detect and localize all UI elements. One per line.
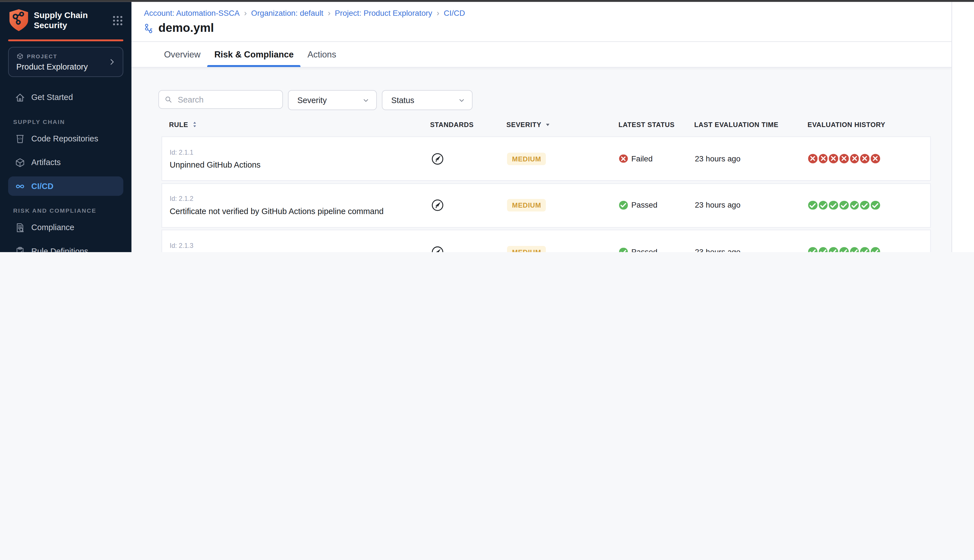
column-header-latest-status: LATEST STATUS [618,121,694,128]
last-evaluation-time-cell: 23 hours ago [695,137,808,180]
evaluation-time: 23 hours ago [695,247,741,252]
sidebar-item-compliance[interactable]: Compliance [8,218,123,237]
standards-cell [430,184,507,227]
breadcrumb-link[interactable]: CI/CD [444,8,465,17]
history-fail-icon [871,154,880,163]
history-pass-icon [850,200,859,210]
history-pass-icon [819,247,828,252]
app-title: Supply ChainSecurity [34,11,111,31]
search-input[interactable] [177,94,277,105]
sidebar-item-code-repositories[interactable]: </>Code Repositories [8,129,123,148]
chevron-down-icon [458,96,466,104]
last-evaluation-time-cell: 23 hours ago [695,230,808,252]
column-header-severity[interactable]: SEVERITY [507,121,619,128]
status-filter-dropdown[interactable]: Status [382,90,473,110]
breadcrumb-link[interactable]: Project: Product Exploratory [335,8,432,17]
table-row[interactable]: Id: 2.1.1 Unpinned GitHub Actions MEDIUM… [162,136,931,181]
svg-text:</>: </> [18,137,22,140]
history-fail-icon [808,154,817,163]
history-pass-icon [829,200,838,210]
rules-table: RULESTANDARDSSEVERITYLATEST STATUSLAST E… [162,120,931,252]
sidebar-item-ci-cd[interactable]: CI/CD [8,176,123,196]
supply-chain-security-logo-icon [8,9,30,32]
severity-badge: MEDIUM [507,199,546,211]
history-pass-icon [808,200,817,210]
filter-row: Severity Status [158,90,952,110]
rule-cell: Id: 2.1.1 Unpinned GitHub Actions [162,137,430,180]
tab-risk-compliance[interactable]: Risk & Compliance [207,42,301,67]
compliance-icon [14,222,26,233]
sort-icon[interactable] [191,121,198,128]
standards-cell [430,137,507,180]
severity-badge: MEDIUM [507,152,546,165]
search-box[interactable] [158,90,283,109]
severity-cell: MEDIUM [507,230,619,252]
sidebar-item-rule-definitions[interactable]: Rule Definitions [8,242,123,252]
infinity-icon [14,180,26,192]
tab-actions[interactable]: Actions [301,42,343,67]
right-utility-rail [951,2,974,252]
breadcrumb-separator: › [437,8,439,17]
rule-name: Certificate not verified by GitHub Actio… [170,207,384,216]
column-header-rule[interactable]: RULE [162,121,430,128]
breadcrumb-link[interactable]: Organization: default [251,8,323,17]
severity-badge: MEDIUM [507,246,546,252]
history-pass-icon [819,200,828,210]
severity-filter-dropdown[interactable]: Severity [288,90,377,110]
history-pass-icon [840,200,849,210]
history-pass-icon [861,247,869,252]
evaluation-history-cell [808,137,930,180]
passed-check-icon [619,248,628,252]
failed-x-icon [619,154,628,163]
sidebar: Supply ChainSecurity PROJECT Product Exp… [0,2,131,252]
github-actions-standard-icon [430,245,444,252]
rule-id: Id: 2.1.2 [170,195,193,202]
history-pass-icon [861,200,869,210]
history-fail-icon [850,154,859,163]
github-actions-standard-icon [430,152,444,166]
evaluation-history-cell [808,184,930,227]
project-selector[interactable]: PROJECT Product Exploratory [8,47,123,77]
standards-cell [430,230,507,252]
sidebar-nav: Get StartedSUPPLY CHAIN</>Code Repositor… [0,88,131,252]
severity-cell: MEDIUM [507,184,619,227]
repo-icon: </> [14,133,26,144]
history-pass-icon [850,247,859,252]
page-title: demo.yml [158,22,214,35]
status-label: Passed [631,201,657,210]
history-pass-icon [871,247,880,252]
table-body: Id: 2.1.1 Unpinned GitHub Actions MEDIUM… [162,136,931,252]
sort-desc-icon[interactable] [544,121,552,128]
github-actions-standard-icon [430,198,444,212]
column-header-last-evaluation-time: LAST EVALUATION TIME [694,121,807,128]
history-fail-icon [861,154,869,163]
main-area: Account: Automation-SSCA›Organization: d… [131,2,952,252]
content-area: Severity Status RULESTANDARDSSEVERITYLAT… [131,68,952,252]
evaluation-time: 23 hours ago [695,154,741,163]
breadcrumb-link[interactable]: Account: Automation-SSCA [144,8,240,17]
tab-bar: OverviewRisk & ComplianceActions [131,42,952,68]
chevron-down-icon [362,96,370,104]
chevron-right-icon [108,57,117,66]
table-row[interactable]: Id: 2.1.2 Certificate not verified by Gi… [162,183,931,228]
nav-section-label: SUPPLY CHAIN [13,118,132,125]
window-top-strip [0,0,974,2]
severity-cell: MEDIUM [507,137,619,180]
sidebar-item-artifacts[interactable]: Artifacts [8,153,123,172]
module-grid-icon[interactable] [111,14,124,27]
history-pass-icon [840,247,849,252]
breadcrumb-separator: › [244,8,247,17]
table-row[interactable]: Id: 2.1.3 GitHub Actions pipeline comman… [162,230,931,252]
passed-check-icon [619,201,628,210]
status-label: Passed [631,247,657,252]
rule-id: Id: 2.1.3 [170,241,193,249]
tab-overview[interactable]: Overview [157,42,207,67]
latest-status-cell: Passed [619,184,695,227]
home-icon [14,92,26,103]
last-evaluation-time-cell: 23 hours ago [695,184,808,227]
rule-cell: Id: 2.1.2 Certificate not verified by Gi… [162,184,430,227]
column-header-standards: STANDARDS [430,121,507,128]
sidebar-item-get-started[interactable]: Get Started [8,88,123,107]
rule-cell: Id: 2.1.3 GitHub Actions pipeline comman… [162,230,430,252]
page-header: Account: Automation-SSCA›Organization: d… [131,2,952,42]
